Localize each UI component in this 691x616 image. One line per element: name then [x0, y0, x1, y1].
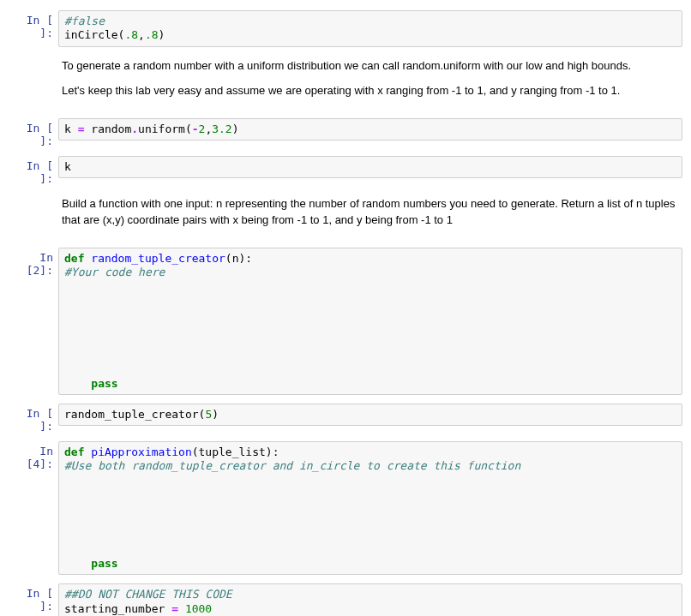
cell-prompt: In [ ]:	[9, 583, 58, 613]
cell-prompt: In [ ]:	[9, 156, 58, 185]
code-input[interactable]: #false inCircle(.8,.8)	[58, 10, 682, 47]
code-input[interactable]: def random_tuple_creator(n): #Your code …	[58, 248, 682, 396]
cell-prompt: In [ ]:	[9, 404, 58, 433]
code-cell: In [ ]: k = random.uniform(-2,3.2)	[9, 118, 682, 147]
code-cell: In [2]: def random_tuple_creator(n): #Yo…	[9, 248, 682, 396]
cell-prompt-empty	[9, 56, 58, 59]
code-input[interactable]: k	[58, 156, 682, 178]
markdown-paragraph: Build a function with one input: n repre…	[62, 195, 679, 229]
code-cell: In [ ]: #false inCircle(.8,.8)	[9, 10, 682, 47]
markdown-content[interactable]: To generate a random number with a unifo…	[58, 56, 682, 110]
markdown-cell: Build a function with one input: n repre…	[9, 194, 682, 239]
code-input[interactable]: ##DO NOT CHANGE THIS CODE starting_numbe…	[58, 583, 682, 616]
cell-prompt: In [2]:	[9, 248, 58, 277]
code-input[interactable]: k = random.uniform(-2,3.2)	[58, 118, 682, 141]
markdown-content[interactable]: Build a function with one input: n repre…	[58, 194, 682, 239]
markdown-paragraph: Let's keep this lab very easy and assume…	[62, 82, 679, 99]
cell-prompt: In [ ]:	[9, 10, 58, 39]
code-cell: In [4]: def piApproximation(tuple_list):…	[9, 441, 682, 575]
code-cell: In [ ]: random_tuple_creator(5)	[9, 404, 682, 433]
cell-prompt-empty	[9, 194, 58, 197]
code-input[interactable]: random_tuple_creator(5)	[58, 404, 682, 426]
code-cell: In [ ]: ##DO NOT CHANGE THIS CODE starti…	[9, 583, 682, 616]
markdown-cell: To generate a random number with a unifo…	[9, 56, 682, 110]
markdown-paragraph: To generate a random number with a unifo…	[62, 57, 679, 75]
code-cell: In [ ]: k	[9, 156, 682, 185]
cell-prompt: In [4]:	[9, 441, 58, 470]
cell-prompt: In [ ]:	[9, 118, 58, 147]
code-input[interactable]: def piApproximation(tuple_list): #Use bo…	[58, 441, 682, 575]
